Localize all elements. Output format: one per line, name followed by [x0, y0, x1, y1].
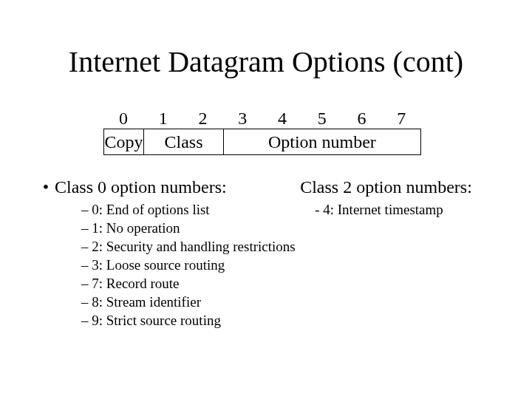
bit-num: 0: [103, 109, 143, 129]
bit-num: 1: [143, 109, 183, 129]
bit-number-row: 0 1 2 3 4 5 6 7: [103, 109, 421, 129]
list-item: - 4: Internet timestamp: [315, 202, 495, 218]
list-item: 0: End of options list: [81, 202, 300, 218]
list-item: 1: No operation: [81, 220, 300, 236]
field-class: Class: [144, 129, 224, 154]
slide: Internet Datagram Options (cont) 0 1 2 3…: [0, 0, 532, 399]
class0-list: 0: End of options list 1: No operation 2…: [37, 202, 300, 329]
byte-fields-row: Copy Class Option number: [103, 129, 421, 155]
field-copy: Copy: [104, 129, 144, 154]
columns: • Class 0 option numbers: 0: End of opti…: [37, 177, 495, 331]
list-item: 3: Loose source routing: [81, 257, 300, 273]
bit-num: 4: [262, 109, 302, 129]
field-option: Option number: [224, 129, 420, 154]
class2-heading: Class 2 option numbers:: [300, 177, 495, 197]
class0-column: • Class 0 option numbers: 0: End of opti…: [37, 177, 300, 331]
bit-num: 5: [302, 109, 342, 129]
bit-num: 3: [222, 109, 262, 129]
bit-num: 7: [381, 109, 421, 129]
bit-num: 2: [183, 109, 223, 129]
class0-heading: Class 0 option numbers:: [55, 177, 227, 197]
bullet-icon: •: [37, 177, 55, 197]
list-item: 9: Strict source routing: [81, 313, 300, 329]
list-item: 8: Stream identifier: [81, 294, 300, 310]
byte-layout: 0 1 2 3 4 5 6 7 Copy Class Option number: [103, 109, 421, 155]
bit-num: 6: [342, 109, 382, 129]
class0-heading-row: • Class 0 option numbers:: [37, 177, 300, 197]
slide-title: Internet Datagram Options (cont): [37, 44, 495, 79]
list-item: 2: Security and handling restrictions: [81, 239, 300, 255]
class2-column: Class 2 option numbers: - 4: Internet ti…: [300, 177, 495, 331]
list-item: 7: Record route: [81, 276, 300, 292]
